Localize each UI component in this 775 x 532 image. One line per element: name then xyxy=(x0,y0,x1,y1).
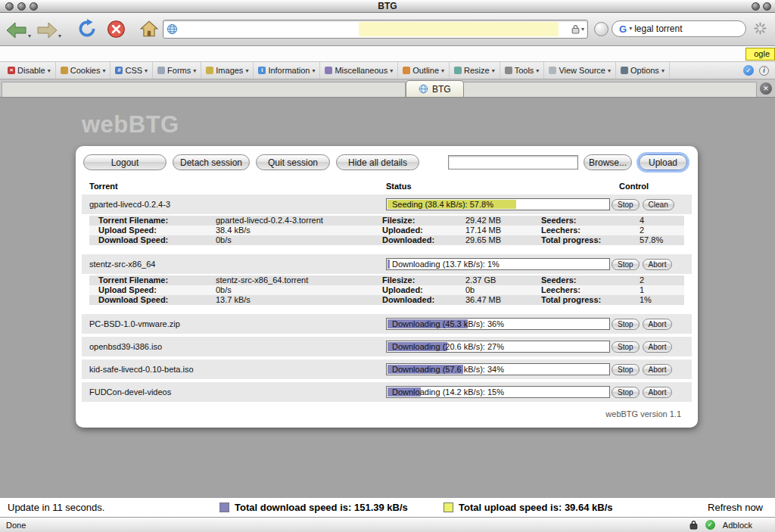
url-dropdown-caret-icon[interactable]: ▾ xyxy=(581,26,584,33)
torrent-row: stentz-src-x86_64 Downloading (13.7 kB/s… xyxy=(82,254,692,274)
abort-button[interactable]: Abort xyxy=(643,387,673,398)
detail-label: Download Speed: xyxy=(89,295,216,305)
window-titlebar[interactable]: BTG xyxy=(0,0,775,13)
version-text: webBTG version 1.1 xyxy=(82,409,681,418)
progress-text: Downloading (20.6 kB/s): 27% xyxy=(387,341,609,352)
stop-button[interactable]: Stop xyxy=(612,199,640,210)
detail-label: Uploaded: xyxy=(382,285,465,295)
search-engine-caret-icon[interactable]: ▾ xyxy=(629,26,632,32)
detail-label: Upload Speed: xyxy=(89,285,216,295)
upload-button[interactable]: Upload xyxy=(639,154,687,170)
devbar-item[interactable]: × Disable ▾ xyxy=(3,62,56,79)
browse-button[interactable]: Browse... xyxy=(584,154,632,170)
progress-text: Downloading (14.2 kB/s): 15% xyxy=(387,387,609,397)
progress-text: Seeding (38.4 kB/s): 57.8% xyxy=(387,199,609,210)
forward-button[interactable]: ▾ xyxy=(36,21,61,39)
forward-history-caret-icon[interactable]: ▾ xyxy=(58,33,61,39)
detail-value: 38.4 kB/s xyxy=(216,226,382,235)
detail-label: Downloaded: xyxy=(382,295,465,305)
refresh-now-link[interactable]: Refresh now xyxy=(708,502,767,513)
stop-button[interactable]: Stop xyxy=(612,364,640,375)
outline-icon xyxy=(403,67,410,74)
statusbar-lock-icon[interactable] xyxy=(689,520,698,530)
back-history-caret-icon[interactable]: ▾ xyxy=(28,33,31,39)
abort-button[interactable]: Abort xyxy=(643,341,673,353)
torrent-group: FUDCon-devel-videos Downloading (14.2 kB… xyxy=(82,382,692,402)
devbar-item[interactable]: View Source ▾ xyxy=(544,62,616,79)
devbar-item[interactable]: Cookies ▾ xyxy=(56,62,111,79)
stop-button[interactable] xyxy=(107,20,126,42)
torrent-group: openbsd39-i386.iso Downloading (20.6 kB/… xyxy=(82,337,692,356)
devbar-item[interactable]: Outline ▾ xyxy=(398,62,450,79)
dropdown-caret-icon: ▾ xyxy=(193,67,196,74)
total-upload-speed: Total upload speed is: 39.64 kB/s xyxy=(459,502,613,513)
devbar-item[interactable]: Forms ▾ xyxy=(153,62,201,79)
globe-favicon xyxy=(167,23,178,35)
detail-value: gparted-livecd-0.2.4-3.torrent xyxy=(216,216,382,226)
devbar-item[interactable]: i Information ▾ xyxy=(254,62,320,79)
stop-button[interactable]: Stop xyxy=(612,341,640,353)
view-source-icon xyxy=(549,67,556,74)
logout-button[interactable]: Logout xyxy=(83,154,167,170)
detail-label: Downloaded: xyxy=(382,235,465,245)
torrent-panel: Logout Detach session Quit session Hide … xyxy=(76,146,698,428)
torrent-controls: StopClean xyxy=(612,199,674,210)
detail-line: Upload Speed:0b/sUploaded:0bLeechers:1 xyxy=(89,285,684,295)
torrent-name: PC-BSD-1.0-vmware.zip xyxy=(82,319,380,328)
detach-session-button[interactable]: Detach session xyxy=(173,154,250,170)
dropdown-caret-icon: ▾ xyxy=(661,67,665,74)
adblock-status[interactable]: Adblock xyxy=(723,521,752,530)
search-field[interactable]: G ▾ legal torrent xyxy=(612,20,746,37)
hide-details-button[interactable]: Hide all details xyxy=(336,154,419,170)
search-input-value[interactable]: legal torrent xyxy=(634,23,682,34)
detail-value: stentz-src-x86_64.torrent xyxy=(216,275,382,285)
devbar-item[interactable]: Images ▾ xyxy=(201,62,254,79)
minimize-window-button[interactable] xyxy=(17,2,26,11)
home-button[interactable] xyxy=(140,20,158,40)
tab-close-button[interactable]: ✕ xyxy=(760,82,772,95)
quit-session-button[interactable]: Quit session xyxy=(256,154,330,170)
torrent-progress-bar: Downloading (57.6 kB/s): 34% xyxy=(386,363,610,375)
titlebar-widget-button[interactable] xyxy=(752,2,760,11)
webdev-info-icon[interactable]: i xyxy=(759,66,769,76)
detail-label: Seeders: xyxy=(541,216,640,226)
stop-button[interactable]: Stop xyxy=(612,259,640,270)
torrent-details: Torrent Filename:gparted-livecd-0.2.4-3.… xyxy=(89,216,684,245)
devbar-item[interactable]: Options ▾ xyxy=(616,62,670,79)
torrent-controls: StopAbort xyxy=(612,387,672,398)
tools-icon xyxy=(505,67,512,74)
google-search-icon[interactable]: G xyxy=(619,23,627,35)
devbar-item[interactable]: Tools ▾ xyxy=(500,62,545,79)
tab-favicon-globe-icon xyxy=(419,84,428,94)
url-bar[interactable]: ▾ xyxy=(163,20,588,39)
clean-button[interactable]: Clean xyxy=(643,199,674,210)
progress-text: Downloading (57.6 kB/s): 34% xyxy=(387,364,609,375)
abort-button[interactable]: Abort xyxy=(643,364,673,375)
browser-window: BTG ▾ ▾ xyxy=(0,0,775,532)
zoom-window-button[interactable] xyxy=(30,2,38,11)
close-window-button[interactable] xyxy=(5,2,14,11)
stop-button[interactable]: Stop xyxy=(612,319,640,330)
devbar-item[interactable]: # CSS ▾ xyxy=(110,62,153,79)
upload-file-input[interactable] xyxy=(448,155,578,170)
reload-button[interactable] xyxy=(77,19,97,42)
devbar-item[interactable]: Miscellaneous ▾ xyxy=(320,62,398,79)
torrent-group: stentz-src-x86_64 Downloading (13.7 kB/s… xyxy=(82,254,692,305)
abort-button[interactable]: Abort xyxy=(643,259,673,270)
torrent-progress-bar: Downloading (45.3 kB/s): 36% xyxy=(386,318,610,330)
webdev-valid-icon[interactable]: ✓ xyxy=(743,65,754,76)
tab-bar: BTG ✕ xyxy=(0,79,775,98)
stop-button[interactable]: Stop xyxy=(612,387,640,398)
go-button[interactable] xyxy=(594,22,608,36)
devbar-item[interactable]: Resize ▾ xyxy=(450,62,500,79)
titlebar-widget-button[interactable] xyxy=(763,2,771,11)
dropdown-caret-icon: ▾ xyxy=(608,67,611,74)
tab-btg[interactable]: BTG xyxy=(406,80,464,97)
dropdown-caret-icon: ▾ xyxy=(312,67,315,74)
detail-line: Download Speed:13.7 kB/sDownloaded:36.47… xyxy=(89,295,684,305)
security-check-icon[interactable]: ✓ xyxy=(705,520,715,530)
back-button[interactable]: ▾ xyxy=(6,21,31,39)
tab-label: BTG xyxy=(432,84,451,95)
activity-spinner-icon xyxy=(754,22,767,38)
abort-button[interactable]: Abort xyxy=(643,319,673,330)
